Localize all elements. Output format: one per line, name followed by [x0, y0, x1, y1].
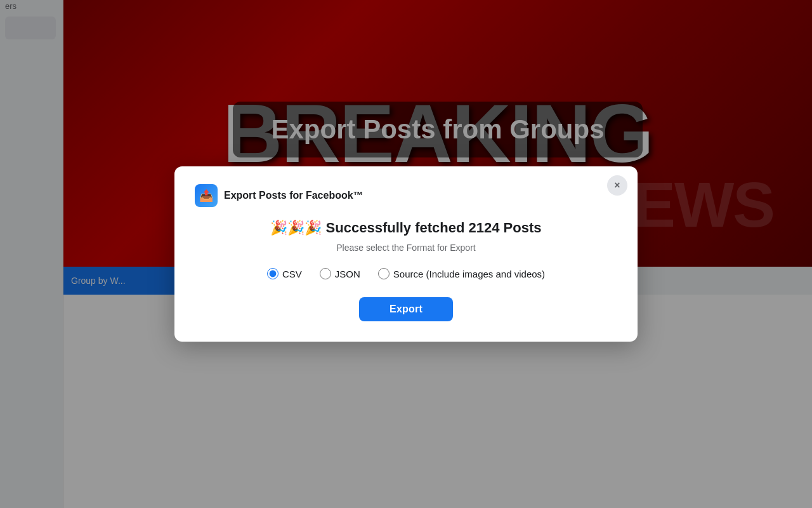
csv-label: CSV [282, 269, 302, 279]
format-options: CSV JSON Source (Include images and vide… [195, 268, 617, 279]
json-option[interactable]: JSON [320, 268, 360, 279]
json-radio[interactable] [320, 268, 331, 279]
csv-radio[interactable] [267, 268, 278, 279]
modal-close-button[interactable]: × [607, 175, 627, 196]
modal-subtitle: Please select the Format for Export [195, 243, 617, 253]
success-message: 🎉🎉🎉 Successfully fetched 2124 Posts [195, 220, 617, 236]
app-name: Export Posts for Facebook™ [224, 190, 363, 201]
source-radio[interactable] [378, 268, 390, 279]
source-option[interactable]: Source (Include images and videos) [378, 268, 545, 279]
success-emoji: 🎉🎉🎉 [270, 220, 322, 236]
export-button[interactable]: Export [359, 297, 453, 321]
success-text: Successfully fetched 2124 Posts [326, 220, 542, 236]
export-modal: × 📤 Export Posts for Facebook™ 🎉🎉🎉 Succe… [174, 166, 638, 342]
modal-header: 📤 Export Posts for Facebook™ [195, 184, 617, 207]
modal-overlay: × 📤 Export Posts for Facebook™ 🎉🎉🎉 Succe… [0, 0, 812, 508]
source-label: Source (Include images and videos) [393, 269, 545, 279]
json-label: JSON [335, 269, 360, 279]
app-icon: 📤 [195, 184, 218, 207]
csv-option[interactable]: CSV [267, 268, 302, 279]
